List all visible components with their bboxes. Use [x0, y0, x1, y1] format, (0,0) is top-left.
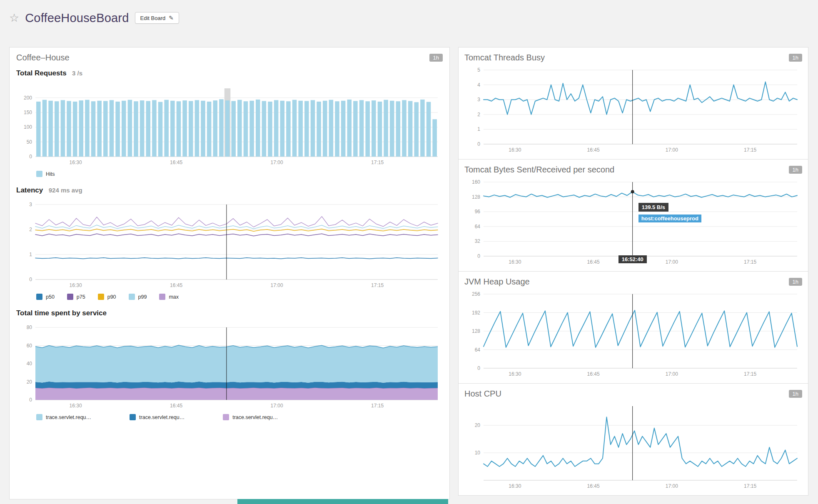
tomcat-bytes-title: Tomcat Bytes Sent/Received per second: [464, 165, 614, 175]
svg-text:17:00: 17:00: [271, 403, 283, 409]
svg-text:0: 0: [29, 154, 32, 160]
legend-item[interactable]: p75: [67, 294, 85, 300]
svg-text:60: 60: [27, 343, 32, 349]
legend-label: p99: [138, 294, 147, 300]
svg-text:10: 10: [475, 450, 481, 456]
total-requests-title-row: Total Requests 3 /s: [16, 69, 443, 77]
svg-text:16:30: 16:30: [509, 483, 521, 489]
tooltip-host-tag: host:coffeehouseprod: [638, 215, 701, 222]
legend-item[interactable]: trace.servlet.requ…: [130, 414, 185, 420]
timeframe-badge[interactable]: 1h: [789, 390, 802, 398]
timeframe-badge[interactable]: 1h: [789, 278, 802, 286]
legend-label: p50: [46, 294, 55, 300]
legend-label: trace.servlet.requ…: [139, 414, 185, 420]
legend-swatch: [36, 414, 42, 420]
legend-label: Hits: [46, 171, 55, 177]
legend-item[interactable]: trace.servlet.requ…: [36, 414, 91, 420]
svg-text:16:30: 16:30: [509, 147, 521, 153]
latency-value: 924 ms avg: [49, 187, 82, 194]
coffee-house-title: Coffee–House: [16, 53, 70, 62]
legend-swatch: [223, 414, 229, 420]
svg-text:200: 200: [24, 95, 32, 101]
jvm-heap-chart[interactable]: 06412819225616:3016:4517:0017:15: [464, 290, 802, 378]
svg-text:16:30: 16:30: [70, 403, 82, 409]
total-time-title-row: Total time spent by service: [16, 309, 443, 317]
svg-text:80: 80: [27, 324, 32, 330]
host-cpu-chart[interactable]: 102016:3016:4517:0017:15: [464, 402, 802, 490]
legend-swatch: [98, 294, 104, 300]
legend-item[interactable]: p50: [36, 294, 55, 300]
timeframe-badge[interactable]: 1h: [429, 54, 443, 62]
widget-host-cpu: Host CPU 1h 102016:3016:4517:0017:15: [458, 383, 808, 496]
svg-text:0: 0: [29, 397, 32, 403]
svg-text:0: 0: [477, 365, 480, 371]
edit-board-label: Edit Board: [140, 15, 166, 21]
board-header: ☆ CoffeeHouseBoard Edit Board ✎: [0, 0, 818, 29]
timeframe-badge[interactable]: 1h: [789, 166, 802, 174]
right-column: Tomcat Threads Busy 1h 01234516:3016:451…: [458, 47, 808, 496]
legend-item[interactable]: p99: [129, 294, 147, 300]
svg-text:160: 160: [472, 179, 480, 185]
svg-text:256: 256: [472, 291, 480, 297]
svg-text:128: 128: [472, 328, 480, 334]
svg-text:17:00: 17:00: [271, 160, 283, 165]
widget-coffee-house: Coffee–House 1h Total Requests 3 /s 0501…: [9, 47, 450, 499]
svg-text:17:15: 17:15: [744, 259, 756, 265]
total-requests-title: Total Requests: [16, 69, 67, 77]
tomcat-threads-chart[interactable]: 01234516:3016:4517:0017:15: [464, 66, 802, 154]
svg-text:17:00: 17:00: [666, 371, 678, 377]
svg-text:17:15: 17:15: [371, 403, 384, 409]
svg-text:16:30: 16:30: [509, 371, 521, 377]
tomcat-bytes-chart[interactable]: 139.5 B/s host:coffeehouseprod 16:52:40 …: [464, 178, 802, 266]
tooltip-value: 139.5 B/s: [638, 203, 668, 212]
legend-label: trace.servlet.requ…: [46, 414, 91, 420]
total-requests-value: 3 /s: [72, 70, 82, 77]
total-requests-legend: Hits: [36, 171, 443, 177]
svg-text:0: 0: [29, 277, 32, 282]
svg-text:1: 1: [29, 252, 32, 257]
latency-title: Latency: [16, 186, 43, 194]
legend-item[interactable]: p90: [98, 294, 116, 300]
edit-board-button[interactable]: Edit Board ✎: [135, 12, 179, 24]
svg-text:20: 20: [27, 379, 32, 385]
total-time-chart[interactable]: 02040608016:3016:4517:0017:15: [16, 323, 443, 410]
timeframe-badge[interactable]: 1h: [789, 54, 802, 62]
total-requests-chart[interactable]: 05010015020016:3016:4517:0017:15: [16, 83, 443, 167]
total-time-legend: trace.servlet.requ…trace.servlet.requ…tr…: [36, 414, 443, 420]
section-total-requests: Total Requests 3 /s 05010015020016:3016:…: [16, 69, 443, 177]
svg-text:17:15: 17:15: [371, 160, 384, 165]
svg-text:1: 1: [477, 126, 480, 132]
svg-text:16:30: 16:30: [70, 160, 82, 165]
svg-text:16:45: 16:45: [587, 371, 600, 377]
svg-text:17:00: 17:00: [666, 147, 678, 153]
legend-swatch: [36, 171, 42, 177]
svg-text:17:15: 17:15: [744, 147, 756, 153]
legend-label: max: [169, 294, 179, 300]
svg-text:64: 64: [475, 347, 481, 353]
svg-text:4: 4: [477, 82, 480, 88]
legend-item[interactable]: trace.servlet.requ…: [223, 414, 278, 420]
svg-text:2: 2: [29, 227, 32, 232]
tomcat-threads-header: Tomcat Threads Busy 1h: [464, 47, 802, 65]
legend-swatch: [129, 294, 135, 300]
svg-text:20: 20: [475, 422, 481, 428]
tomcat-threads-title: Tomcat Threads Busy: [464, 53, 545, 62]
legend-item[interactable]: max: [159, 294, 179, 300]
svg-text:96: 96: [475, 209, 481, 215]
svg-text:17:00: 17:00: [666, 259, 678, 265]
latency-chart[interactable]: 012316:3016:4517:0017:15: [16, 200, 443, 289]
legend-swatch: [67, 294, 73, 300]
tomcat-bytes-header: Tomcat Bytes Sent/Received per second 1h: [464, 160, 802, 177]
host-cpu-header: Host CPU 1h: [464, 384, 802, 401]
svg-text:3: 3: [477, 97, 480, 102]
host-cpu-title: Host CPU: [464, 389, 501, 399]
star-icon[interactable]: ☆: [9, 12, 19, 24]
legend-item[interactable]: Hits: [36, 171, 55, 177]
widget-jvm-heap: JVM Heap Usage 1h 06412819225616:3016:45…: [458, 271, 808, 384]
svg-text:16:45: 16:45: [170, 403, 182, 409]
pencil-icon: ✎: [169, 15, 174, 21]
board-title: CoffeeHouseBoard: [25, 11, 129, 25]
svg-text:16:45: 16:45: [170, 160, 182, 165]
svg-text:16:45: 16:45: [170, 282, 182, 288]
svg-text:16:30: 16:30: [70, 282, 82, 288]
